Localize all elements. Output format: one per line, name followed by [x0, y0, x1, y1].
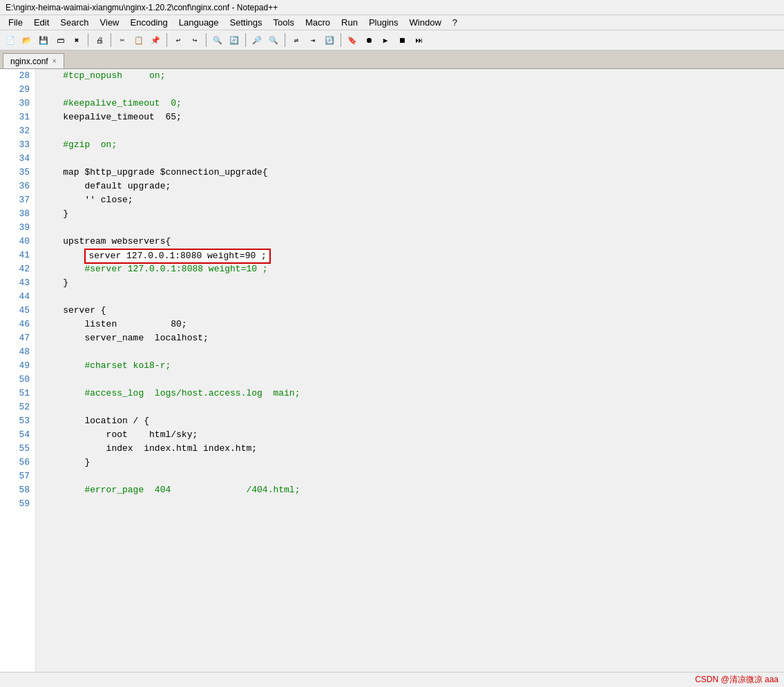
print-button[interactable]: 🖨	[92, 32, 107, 48]
line-num-28: 28	[0, 69, 35, 83]
code-line-36: default upgrade;	[41, 180, 784, 193]
comment-text: #server 127.0.0.1:8088 weight=10 ;	[41, 264, 268, 274]
code-line-46: listen 80;	[41, 318, 784, 331]
paste-button[interactable]: 📌	[148, 32, 163, 48]
code-line-44	[41, 290, 784, 304]
zoom-in-button[interactable]: 🔎	[249, 32, 265, 48]
code-line-32	[41, 124, 784, 138]
comment-text: #error_page 404 /404.html;	[41, 485, 300, 495]
code-line-39	[41, 221, 784, 235]
code-line-56: }	[41, 456, 784, 470]
menu-item-language[interactable]: Language	[173, 16, 224, 29]
line-num-30: 30	[0, 97, 35, 110]
line-num-55: 55	[0, 442, 35, 456]
code-line-37: '' close;	[41, 193, 784, 207]
line-num-37: 37	[0, 193, 35, 207]
find-button[interactable]: 🔍	[210, 32, 225, 48]
indent-button[interactable]: ⇥	[305, 32, 321, 48]
code-line-50	[41, 373, 784, 387]
code-line-47: server_name localhost;	[41, 331, 784, 345]
play-button[interactable]: ▶	[378, 32, 393, 48]
code-line-42: #server 127.0.0.1:8088 weight=10 ;	[41, 262, 784, 276]
menu-item-file[interactable]: File	[3, 16, 28, 29]
wrap-button[interactable]: ⇌	[289, 32, 304, 48]
sync-button[interactable]: 🔃	[322, 32, 337, 48]
editor-area: 2829303132333435363738394041424344454647…	[0, 69, 784, 672]
tab-nginx-conf[interactable]: nginx.conf ×	[3, 53, 64, 68]
line-num-51: 51	[0, 387, 35, 400]
separator-3	[166, 33, 167, 47]
undo-button[interactable]: ↩	[171, 32, 186, 48]
app-window: E:\nginx-heima-waimai-xiangmu\nginx-1.20…	[0, 0, 784, 687]
line-num-52: 52	[0, 400, 35, 414]
zoom-out-button[interactable]: 🔍	[266, 32, 281, 48]
separator-5	[245, 33, 246, 47]
code-line-48	[41, 345, 784, 359]
line-num-48: 48	[0, 345, 35, 359]
status-bar: CSDN @清凉微凉 aaa	[0, 672, 784, 687]
replace-button[interactable]: 🔄	[227, 32, 242, 48]
comment-text: #access_log logs/host.access.log main;	[41, 388, 300, 398]
code-line-45: server {	[41, 304, 784, 318]
line-num-40: 40	[0, 235, 35, 249]
code-line-30: #keepalive_timeout 0;	[41, 97, 784, 110]
menu-item-window[interactable]: Window	[404, 16, 447, 29]
line-num-59: 59	[0, 497, 35, 511]
line-num-32: 32	[0, 124, 35, 138]
code-content[interactable]: #tcp_nopush on; #keepalive_timeout 0; ke…	[36, 69, 784, 672]
separator-2	[111, 33, 111, 47]
menu-item-?[interactable]: ?	[447, 16, 463, 29]
bookmark-button[interactable]: 🔖	[345, 32, 360, 48]
code-line-54: root html/sky;	[41, 428, 784, 442]
new-button[interactable]: 📄	[3, 32, 18, 48]
line-num-57: 57	[0, 470, 35, 483]
menu-item-macro[interactable]: Macro	[300, 16, 336, 29]
watermark-text: CSDN @清凉微凉 aaa	[695, 674, 778, 686]
toolbar: 📄 📂 💾 🗃 ✖ 🖨 ✂ 📋 📌 ↩ ↪ 🔍 🔄 🔎 🔍 ⇌ ⇥ 🔃 🔖 ⏺ …	[0, 30, 784, 51]
title-bar: E:\nginx-heima-waimai-xiangmu\nginx-1.20…	[0, 0, 784, 15]
code-line-59	[41, 497, 784, 511]
comment-text: #tcp_nopush on;	[41, 70, 165, 81]
code-line-34	[41, 152, 784, 166]
menu-item-search[interactable]: Search	[55, 16, 94, 29]
stop-button[interactable]: ⏹	[394, 32, 410, 48]
save-all-button[interactable]: 🗃	[52, 32, 68, 48]
code-line-40: upstream webservers{	[41, 235, 784, 249]
tab-bar: nginx.conf ×	[0, 51, 784, 69]
red-box-content: server 127.0.0.1:8080 weight=90 ;	[84, 249, 270, 264]
menu-item-plugins[interactable]: Plugins	[363, 16, 404, 29]
line-num-45: 45	[0, 304, 35, 318]
line-num-46: 46	[0, 318, 35, 331]
line-num-42: 42	[0, 262, 35, 276]
copy-button[interactable]: 📋	[131, 32, 146, 48]
code-line-52	[41, 400, 784, 414]
line-num-29: 29	[0, 83, 35, 97]
line-num-44: 44	[0, 290, 35, 304]
close-button[interactable]: ✖	[69, 32, 84, 48]
menu-item-view[interactable]: View	[95, 16, 125, 29]
menu-item-encoding[interactable]: Encoding	[125, 16, 173, 29]
code-line-57	[41, 470, 784, 483]
record-button[interactable]: ⏺	[361, 32, 376, 48]
code-line-43: }	[41, 276, 784, 290]
comment-text: #keepalive_timeout 0;	[41, 98, 182, 108]
code-line-31: keepalive_timeout 65;	[41, 110, 784, 124]
separator-6	[285, 33, 285, 47]
save-button[interactable]: 💾	[36, 32, 51, 48]
code-line-41: server 127.0.0.1:8080 weight=90 ;	[41, 249, 784, 262]
separator-7	[341, 33, 341, 47]
menu-item-run[interactable]: Run	[336, 16, 363, 29]
menu-bar: FileEditSearchViewEncodingLanguageSettin…	[0, 15, 784, 30]
menu-item-edit[interactable]: Edit	[28, 16, 55, 29]
line-num-43: 43	[0, 276, 35, 290]
menu-item-tools[interactable]: Tools	[268, 16, 300, 29]
redo-button[interactable]: ↪	[187, 32, 202, 48]
tab-close-icon[interactable]: ×	[52, 57, 57, 65]
open-button[interactable]: 📂	[19, 32, 35, 48]
line-num-38: 38	[0, 207, 35, 221]
run-macro-button[interactable]: ⏭	[411, 32, 426, 48]
menu-item-settings[interactable]: Settings	[224, 16, 268, 29]
line-num-34: 34	[0, 152, 35, 166]
line-num-56: 56	[0, 456, 35, 470]
cut-button[interactable]: ✂	[115, 32, 130, 48]
